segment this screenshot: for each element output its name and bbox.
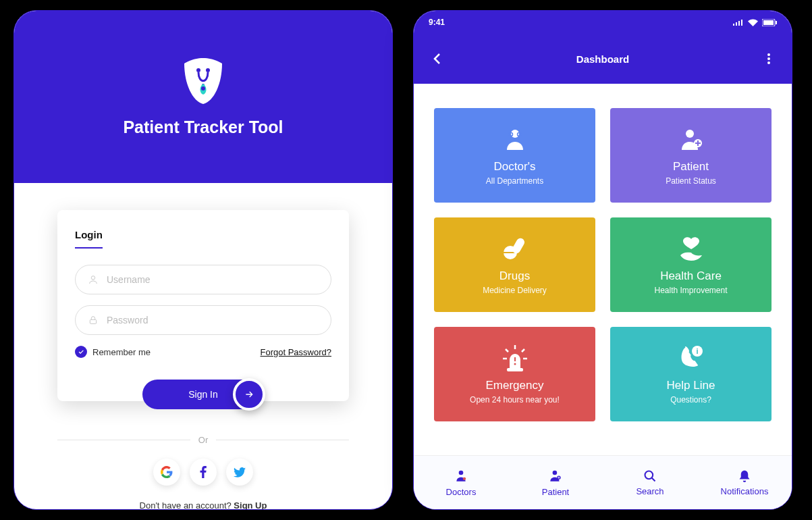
signal-icon	[733, 19, 744, 26]
emergency-icon	[500, 344, 530, 372]
svg-rect-22	[507, 368, 523, 371]
facebook-icon	[200, 466, 207, 478]
tile-title: Help Line	[667, 379, 715, 392]
svg-point-13	[767, 57, 770, 60]
pills-icon	[501, 234, 529, 263]
tile-title: Health Care	[660, 269, 722, 283]
patient-icon	[548, 469, 563, 484]
svg-point-3	[91, 276, 94, 280]
tile-emergency[interactable]: Emergency Open 24 hours near you!	[434, 327, 595, 421]
nav-bar: Dashboard	[414, 34, 792, 84]
dashboard-grid: Doctor's All Departments Patient Patient…	[414, 84, 792, 438]
tile-subtitle: Health Improvement	[654, 286, 727, 295]
tile-title: Doctor's	[494, 160, 536, 174]
wifi-icon	[748, 19, 758, 26]
tile-healthcare[interactable]: Health Care Health Improvement	[610, 217, 772, 312]
bottomnav-search[interactable]: Search	[603, 469, 697, 496]
svg-rect-4	[90, 319, 96, 323]
password-input[interactable]	[107, 315, 319, 326]
google-login-button[interactable]	[153, 459, 180, 486]
patient-icon	[678, 125, 705, 153]
helpline-icon: i	[677, 344, 705, 372]
svg-point-14	[767, 61, 770, 64]
svg-point-2	[201, 86, 205, 90]
tile-title: Emergency	[486, 379, 544, 392]
signup-prompt: Don't have an account?	[140, 500, 234, 510]
twitter-login-button[interactable]	[226, 459, 253, 486]
login-hero: Patient Tracker Tool	[14, 11, 392, 183]
login-card: Login Remember me Forgot Password? Sign …	[57, 210, 349, 401]
username-input[interactable]	[107, 274, 319, 285]
tile-subtitle: All Departments	[486, 176, 543, 186]
tile-subtitle: Patient Status	[666, 176, 716, 186]
app-title: Patient Tracker Tool	[123, 118, 283, 137]
bottomnav-label: Search	[636, 486, 664, 496]
tile-patient[interactable]: Patient Patient Status	[610, 108, 772, 203]
forgot-password-link[interactable]: Forgot Password?	[261, 347, 332, 357]
svg-point-16	[509, 133, 512, 136]
svg-point-18	[686, 130, 694, 138]
login-screen: Patient Tracker Tool Login Remember me F…	[13, 10, 393, 510]
battery-icon	[762, 19, 777, 26]
bottomnav-label: Notifications	[721, 486, 769, 496]
status-icons	[733, 19, 777, 26]
bottomnav-patient[interactable]: Patient	[508, 469, 603, 497]
svg-point-26	[459, 470, 464, 475]
svg-point-23	[514, 363, 516, 365]
svg-text:i: i	[696, 347, 698, 355]
arrow-right-icon	[233, 378, 265, 411]
bottom-nav: Doctors Patient Search Notifications	[414, 455, 792, 509]
chevron-left-icon	[433, 53, 440, 64]
doctor-icon	[454, 469, 468, 484]
svg-rect-10	[763, 20, 774, 25]
username-field[interactable]	[75, 265, 331, 294]
svg-rect-6	[736, 22, 737, 26]
lock-icon	[88, 315, 99, 326]
tile-title: Drugs	[499, 269, 530, 283]
tile-subtitle: Medicine Delivery	[483, 286, 547, 295]
remember-label: Remember me	[92, 347, 151, 357]
status-bar: 9:41	[414, 11, 792, 34]
more-vert-icon	[767, 53, 770, 64]
app-logo-icon	[180, 57, 226, 105]
twitter-icon	[234, 467, 246, 477]
signup-row: Don't have an account? Sign Up	[14, 500, 392, 510]
tile-subtitle: Questions?	[670, 395, 711, 405]
healthcare-icon	[676, 234, 706, 263]
svg-rect-7	[738, 21, 740, 26]
doctor-icon	[502, 125, 529, 153]
svg-point-12	[767, 53, 770, 56]
svg-point-28	[553, 470, 558, 475]
tile-drugs[interactable]: Drugs Medicine Delivery	[434, 217, 595, 312]
social-login-row	[14, 459, 392, 486]
or-label: Or	[190, 435, 216, 445]
signup-link[interactable]: Sign Up	[234, 500, 267, 510]
signin-button[interactable]: Sign In	[142, 380, 264, 409]
svg-point-17	[517, 133, 520, 136]
remember-row: Remember me Forgot Password?	[75, 346, 331, 358]
svg-point-30	[645, 471, 653, 479]
login-tab[interactable]: Login	[75, 229, 103, 249]
signin-label: Sign In	[188, 389, 218, 400]
svg-rect-8	[741, 20, 742, 26]
bottomnav-doctors[interactable]: Doctors	[414, 469, 508, 497]
back-button[interactable]	[429, 53, 445, 64]
menu-button[interactable]	[761, 53, 777, 64]
or-divider: Or	[57, 435, 349, 445]
check-icon	[75, 346, 87, 358]
svg-point-0	[196, 68, 200, 72]
bell-icon	[738, 469, 751, 483]
nav-title: Dashboard	[576, 53, 629, 65]
tile-doctors[interactable]: Doctor's All Departments	[434, 108, 595, 203]
facebook-login-button[interactable]	[190, 459, 217, 486]
bottomnav-label: Patient	[542, 487, 569, 497]
remember-me-toggle[interactable]: Remember me	[75, 346, 151, 358]
bottomnav-notifications[interactable]: Notifications	[697, 469, 792, 496]
tile-helpline[interactable]: i Help Line Questions?	[610, 327, 772, 421]
search-icon	[643, 469, 657, 483]
user-icon	[88, 274, 99, 285]
status-time: 9:41	[429, 18, 445, 27]
tile-subtitle: Open 24 hours near you!	[470, 395, 560, 405]
password-field[interactable]	[75, 305, 331, 335]
svg-rect-11	[776, 21, 777, 24]
